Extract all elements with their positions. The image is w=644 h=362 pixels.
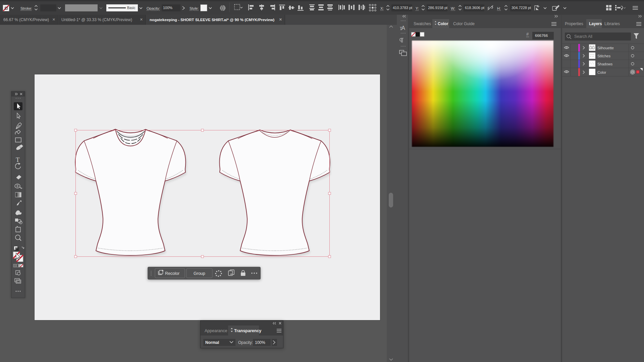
svg-text:Silhouette: Silhouette xyxy=(597,46,614,50)
svg-text:Transparency: Transparency xyxy=(234,328,261,333)
svg-text:Normal: Normal xyxy=(205,340,219,345)
svg-text:Shadows: Shadows xyxy=(597,62,613,66)
svg-text:T: T xyxy=(16,156,20,163)
svg-text:Stitches: Stitches xyxy=(597,54,611,58)
svg-text:100%: 100% xyxy=(255,340,265,345)
svg-text:#: # xyxy=(526,32,529,37)
svg-text:Group: Group xyxy=(194,271,205,276)
svg-text:A: A xyxy=(401,25,405,31)
svg-text:Color: Color xyxy=(597,70,606,74)
svg-text:Recolor: Recolor xyxy=(165,271,179,276)
svg-text:Opacity:: Opacity: xyxy=(238,340,253,345)
svg-text:Basic: Basic xyxy=(127,6,135,10)
svg-text:Appearance: Appearance xyxy=(205,328,227,333)
